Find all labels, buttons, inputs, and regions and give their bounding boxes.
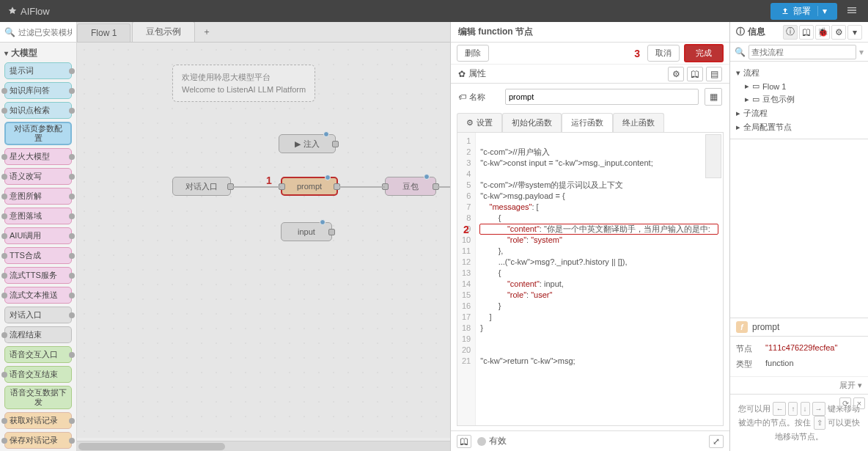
ftab-close[interactable]: 终止函数: [613, 113, 664, 132]
done-button[interactable]: 完成: [684, 44, 724, 62]
node-type-value: function: [765, 359, 862, 370]
pal-stream-tts[interactable]: 流式TTS服务: [4, 267, 72, 284]
pal-get-history[interactable]: 获取对话记录: [4, 412, 72, 429]
pal-voice-end[interactable]: 语音交互结束: [4, 366, 72, 383]
node-input[interactable]: input: [281, 222, 332, 241]
node-doubao[interactable]: 豆包: [385, 177, 436, 196]
flow-search-input[interactable]: [749, 45, 856, 59]
name-menu-button[interactable]: ▦: [705, 88, 722, 106]
main-menu-button[interactable]: [843, 1, 861, 21]
pal-voice-data[interactable]: 语音交互数据下发: [4, 386, 72, 409]
info-tab-debug[interactable]: 🐞: [815, 25, 830, 40]
tree-flows[interactable]: ▾流程: [736, 66, 862, 80]
pal-dialog-config[interactable]: 对话页参数配置: [4, 122, 72, 145]
pal-aiui[interactable]: AIUI调用: [4, 227, 72, 244]
annotation-1: 1: [266, 175, 272, 186]
pal-dialog-entry[interactable]: 对话入口: [4, 307, 72, 323]
doc-button[interactable]: 🕮: [687, 67, 703, 81]
info-tab-info[interactable]: ⓘ: [783, 25, 798, 40]
pal-intent-parse[interactable]: 意图所解: [4, 188, 72, 205]
deploy-button[interactable]: 部署 ▾: [770, 3, 837, 20]
welcome-note: 欢迎使用聆思大模型平台 Welcome to ListenAI LLM Plat…: [172, 65, 315, 102]
search-icon: 🔍: [735, 47, 746, 57]
name-label: 🏷名称: [458, 92, 499, 103]
palette-search-input[interactable]: [18, 28, 72, 37]
info-panel: ⓘ信息 ⓘ 🕮 🐞 ⚙ ▾ 🔍 ▾ ▾流程 ▸▭Flow 1 ▸▭豆包示例 ▸子…: [729, 22, 868, 451]
hint-close-button[interactable]: ×: [853, 397, 865, 409]
minimap[interactable]: [705, 134, 721, 178]
node-editor-panel: 编辑 function 节点 删除 3 取消 完成 ✿ 属性 ⚙ 🕮 ▤ 🏷名称…: [450, 22, 729, 451]
annotation-2: 2: [463, 224, 469, 235]
pal-stream-text[interactable]: 流式文本推送: [4, 287, 72, 304]
expand-link[interactable]: 展开 ▾: [839, 381, 862, 389]
palette-sidebar: 🔍 大模型 提示词 知识库问答 知识点检索 对话页参数配置 星火大模型 语义改写…: [0, 22, 77, 451]
pal-tts[interactable]: TTS合成: [4, 247, 72, 264]
hint-panel: ⟳× 您可以用 ← ↑ ↓ → 键来移动被选中的节点。按住 ⇧ 可以更快地移动节…: [730, 394, 868, 451]
gear-icon: ⚙: [466, 118, 474, 128]
pal-prompt[interactable]: 提示词: [4, 62, 72, 79]
ftab-run[interactable]: 运行函数: [562, 113, 613, 132]
pal-kpsearch[interactable]: 知识点检索: [4, 102, 72, 119]
pal-save-history[interactable]: 保存对话记录: [4, 432, 72, 449]
editor-title: 编辑 function 节点: [451, 22, 729, 43]
pal-kbqa[interactable]: 知识库问答: [4, 82, 72, 99]
function-icon: f: [736, 321, 748, 333]
expand-editor-button[interactable]: ⤢: [709, 435, 724, 448]
node-inject[interactable]: ▶注入: [279, 134, 336, 153]
app-logo: AIFlow: [7, 6, 50, 17]
ftab-init[interactable]: 初始化函数: [502, 113, 562, 132]
book-icon-button[interactable]: 🕮: [457, 435, 471, 448]
pal-voice-in[interactable]: 语音交互入口: [4, 346, 72, 363]
tab-doubao[interactable]: 豆包示例: [132, 22, 195, 42]
annotation-3: 3: [634, 48, 640, 59]
enabled-toggle[interactable]: 有效: [477, 435, 507, 447]
palette-category-llm[interactable]: 大模型: [4, 47, 72, 59]
tab-add[interactable]: ＋: [196, 22, 217, 42]
cancel-button[interactable]: 取消: [647, 45, 680, 62]
appearance-button[interactable]: ▤: [706, 67, 722, 81]
tab-flow1[interactable]: Flow 1: [77, 23, 130, 42]
tree-global[interactable]: ▸全局配置节点: [736, 120, 862, 134]
pal-flow-end[interactable]: 流程结束: [4, 326, 72, 343]
info-tab-help[interactable]: 🕮: [799, 25, 814, 40]
delete-button[interactable]: 删除: [457, 45, 489, 62]
info-tab-caret[interactable]: ▾: [847, 25, 862, 40]
tree-flow1[interactable]: ▸▭Flow 1: [736, 80, 862, 92]
search-caret-icon[interactable]: ▾: [859, 47, 864, 57]
tree-flow2[interactable]: ▸▭豆包示例: [736, 92, 862, 106]
pal-rewrite[interactable]: 语义改写: [4, 168, 72, 185]
info-tab-config[interactable]: ⚙: [831, 25, 846, 40]
name-input[interactable]: [505, 89, 699, 105]
info-title: ⓘ信息: [736, 26, 765, 38]
code-editor[interactable]: 123456789101112131415161718192021 "c-com…: [457, 133, 724, 426]
gear-icon: ✿: [458, 69, 466, 79]
node-info-header: f prompt: [730, 318, 868, 337]
node-dialog-entry[interactable]: 对话入口: [172, 177, 231, 196]
node-prompt[interactable]: prompt: [281, 177, 338, 196]
env-button[interactable]: ⚙: [668, 67, 684, 81]
pal-intent-domain[interactable]: 意图落域: [4, 208, 72, 224]
deploy-caret-icon[interactable]: ▾: [817, 6, 827, 16]
tree-subflows[interactable]: ▸子流程: [736, 106, 862, 120]
node-id-value: "111c476229fecfea": [765, 343, 862, 354]
section-properties: 属性: [468, 67, 486, 80]
tag-icon: 🏷: [458, 92, 466, 101]
ftab-setup[interactable]: ⚙设置: [457, 113, 502, 132]
search-icon: 🔍: [4, 27, 15, 37]
hint-refresh-button[interactable]: ⟳: [839, 397, 851, 409]
pal-spark[interactable]: 星火大模型: [4, 148, 72, 165]
